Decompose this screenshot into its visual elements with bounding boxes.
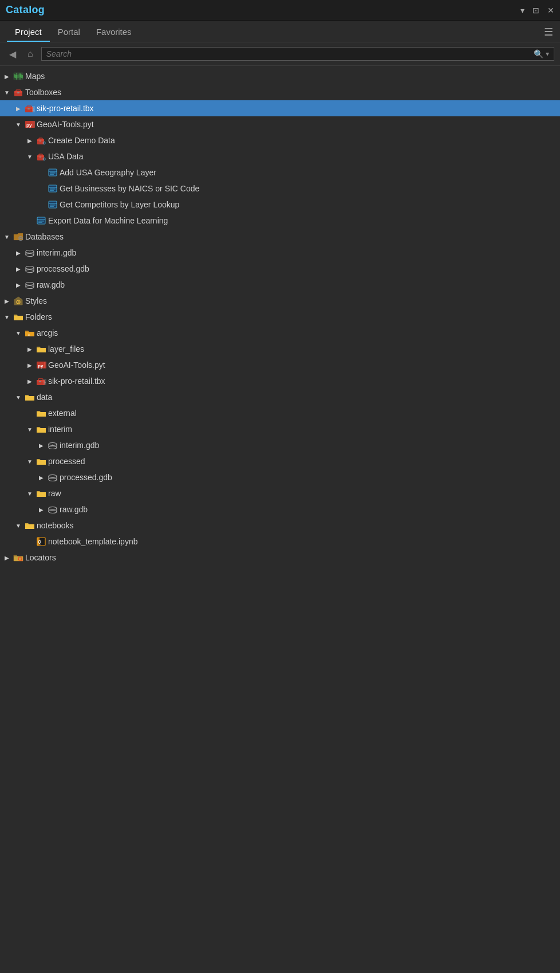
chevron-notebooks-folder[interactable] (14, 521, 23, 530)
chevron-data-folder[interactable] (14, 393, 23, 402)
chevron-toolboxes[interactable] (2, 88, 11, 97)
tree-item-locators[interactable]: Locators (0, 550, 560, 566)
back-button[interactable]: ◀ (6, 48, 19, 61)
tree-item-arcgis-folder[interactable]: ⌂arcgis (0, 325, 560, 341)
chevron-arcgis-folder[interactable] (14, 328, 23, 338)
tree-item-geoai-tools-pyt[interactable]: pyGeoAI-Tools.pyt (0, 357, 560, 373)
search-dropdown-icon[interactable]: ▾ (546, 50, 549, 58)
chevron-locators[interactable] (2, 553, 11, 562)
menu-icon[interactable]: ☰ (544, 26, 553, 42)
tree-container: MapsToolboxes⌂sik-pro-retail.tbxpyGeoAI-… (0, 66, 560, 970)
icon-sik-pro-retail: ⌂ (25, 103, 35, 113)
tree-item-add-usa-geography[interactable]: Add USA Geography Layer (0, 164, 560, 181)
label-interim-folder: interim (48, 425, 72, 434)
tree-item-maps[interactable]: Maps (0, 68, 560, 84)
chevron-processed-folder[interactable] (25, 457, 34, 466)
tree-item-databases[interactable]: Databases (0, 229, 560, 245)
chevron-raw-gdb-2[interactable] (37, 505, 46, 514)
svg-rect-13 (27, 108, 30, 109)
chevron-raw-folder[interactable] (25, 489, 34, 498)
close-icon[interactable]: ✕ (547, 6, 554, 15)
label-raw-gdb-2: raw.gdb (60, 505, 88, 514)
tree-item-processed-gdb-2[interactable]: processed.gdb (0, 469, 560, 485)
icon-databases (13, 232, 23, 242)
tree-item-raw-gdb[interactable]: raw.gdb (0, 277, 560, 293)
title-bar-controls[interactable]: ▾ ⊡ ✕ (520, 6, 554, 15)
label-sik-pro-retail: sik-pro-retail.tbx (37, 104, 94, 113)
tree-item-interim-gdb-2[interactable]: ⌂interim.gdb (0, 437, 560, 453)
chevron-processed-gdb[interactable] (14, 264, 23, 273)
label-folders: Folders (25, 312, 52, 321)
chevron-maps[interactable] (2, 72, 11, 81)
label-export-data-ml: Export Data for Machine Learning (48, 216, 168, 225)
label-sik-pro-retail-tbx: sik-pro-retail.tbx (48, 376, 105, 386)
search-input[interactable] (46, 49, 531, 58)
tree-item-get-businesses[interactable]: Get Businesses by NAICS or SIC Code (0, 181, 560, 197)
icon-notebook-template: Q (36, 536, 46, 547)
label-geoai-tools: GeoAI-Tools.pyt (37, 120, 94, 129)
tree-item-interim-gdb[interactable]: ⌂interim.gdb (0, 245, 560, 261)
tree-item-get-competitors[interactable]: Get Competitors by Layer Lookup (0, 197, 560, 213)
icon-interim-gdb-2: ⌂ (48, 440, 58, 450)
tree-item-create-demo-data[interactable]: ⚙Create Demo Data (0, 132, 560, 148)
tab-favorites[interactable]: Favorites (88, 23, 140, 42)
pin-icon[interactable]: ▾ (520, 6, 524, 15)
svg-rect-22 (40, 140, 41, 142)
tab-project[interactable]: Project (7, 23, 50, 42)
tree-item-usa-data[interactable]: ⚙USA Data (0, 148, 560, 164)
tree-item-raw-gdb-2[interactable]: raw.gdb (0, 501, 560, 517)
icon-geoai-tools-pyt: py (36, 360, 46, 370)
chevron-sik-pro-retail[interactable] (14, 104, 23, 113)
tree-item-export-data-ml[interactable]: Export Data for Machine Learning (0, 213, 560, 229)
tree-item-styles[interactable]: Styles (0, 293, 560, 309)
label-notebooks-folder: notebooks (37, 521, 74, 530)
label-processed-gdb: processed.gdb (37, 264, 89, 273)
svg-text:⌂: ⌂ (52, 443, 54, 447)
chevron-styles[interactable] (2, 296, 11, 305)
tree-item-interim-folder[interactable]: interim (0, 421, 560, 437)
svg-rect-31 (50, 172, 56, 174)
tab-portal[interactable]: Portal (50, 23, 88, 42)
svg-rect-40 (50, 206, 54, 207)
tree-item-notebooks-folder[interactable]: notebooks (0, 517, 560, 533)
chevron-usa-data[interactable] (25, 152, 34, 161)
chevron-interim-gdb-2[interactable] (37, 441, 46, 450)
tree-item-external-folder[interactable]: external (0, 405, 560, 421)
search-input-wrap[interactable]: 🔍 ▾ (41, 47, 554, 61)
tree-item-sik-pro-retail[interactable]: ⌂sik-pro-retail.tbx (0, 100, 560, 116)
chevron-databases[interactable] (2, 232, 11, 241)
tree-item-raw-folder[interactable]: raw (0, 485, 560, 501)
chevron-interim-gdb[interactable] (14, 248, 23, 257)
tree-item-data-folder[interactable]: data (0, 389, 560, 405)
icon-raw-gdb-2 (48, 504, 58, 515)
chevron-raw-gdb[interactable] (14, 280, 23, 289)
svg-rect-39 (50, 205, 56, 206)
chevron-geoai-tools-pyt[interactable] (25, 360, 34, 370)
tree-item-folders[interactable]: Folders (0, 309, 560, 325)
tree-item-processed-gdb[interactable]: processed.gdb (0, 261, 560, 277)
tree-item-layer-files[interactable]: layer_files (0, 341, 560, 357)
tree-item-toolboxes[interactable]: Toolboxes (0, 84, 560, 100)
tree-item-notebook-template[interactable]: Qnotebook_template.ipynb (0, 533, 560, 550)
label-add-usa-geography: Add USA Geography Layer (60, 168, 156, 177)
float-icon[interactable]: ⊡ (533, 6, 539, 15)
tree-item-sik-pro-retail-tbx[interactable]: ⌂sik-pro-retail.tbx (0, 373, 560, 389)
icon-notebooks-folder (25, 520, 35, 531)
chevron-folders[interactable] (2, 312, 11, 321)
chevron-processed-gdb-2[interactable] (37, 473, 46, 482)
tab-group: Project Portal Favorites (7, 23, 140, 42)
tree-item-processed-folder[interactable]: processed (0, 453, 560, 469)
label-notebook-template: notebook_template.ipynb (48, 537, 137, 546)
chevron-sik-pro-retail-tbx[interactable] (25, 376, 34, 386)
chevron-layer-files[interactable] (25, 344, 34, 354)
svg-point-58 (26, 283, 34, 285)
icon-styles (13, 296, 23, 306)
chevron-geoai-tools[interactable] (14, 120, 23, 129)
chevron-create-demo-data[interactable] (25, 136, 34, 145)
tree-item-geoai-tools[interactable]: pyGeoAI-Tools.pyt (0, 116, 560, 132)
svg-rect-71 (39, 381, 41, 382)
home-button[interactable]: ⌂ (24, 48, 37, 60)
chevron-interim-folder[interactable] (25, 425, 34, 434)
label-locators: Locators (25, 553, 56, 562)
svg-text:⚙: ⚙ (42, 141, 46, 145)
